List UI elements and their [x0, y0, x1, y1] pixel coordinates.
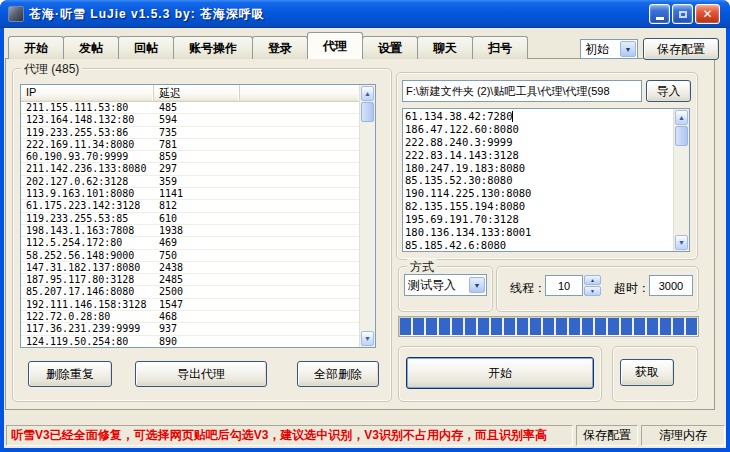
- proxy-group-title: 代理 (485): [21, 61, 82, 78]
- thread-count-input[interactable]: [545, 275, 583, 296]
- method-dropdown[interactable]: 测试导入 ▼: [404, 274, 487, 296]
- scrollbar-thumb[interactable]: [361, 102, 374, 122]
- timeout-input[interactable]: [649, 275, 693, 296]
- close-button[interactable]: ✕: [695, 4, 720, 24]
- table-row[interactable]: 117.36.231.239:9999937: [21, 323, 359, 335]
- cell-delay: 2438: [154, 262, 240, 273]
- spin-up-icon[interactable]: ▲: [584, 275, 601, 285]
- cell-delay: 2485: [154, 274, 240, 285]
- table-row[interactable]: 147.31.182.137:80802438: [21, 262, 359, 274]
- ip-list-scrollbar[interactable]: ▲ ▼: [673, 109, 689, 251]
- save-config-button[interactable]: 保存配置: [643, 38, 719, 60]
- maximize-button[interactable]: [672, 4, 693, 24]
- tab-item-2[interactable]: 回帖: [118, 36, 174, 59]
- proxy-list-scrollbar[interactable]: ▲ ▼: [359, 85, 375, 347]
- title-bar[interactable]: 苍海·听雪 LuJie v1.5.3 by: 苍海深呼吸 ✕: [0, 0, 730, 28]
- table-row[interactable]: 61.175.223.142:3128812: [21, 200, 359, 212]
- column-header-delay[interactable]: 延迟: [154, 85, 240, 101]
- import-button[interactable]: 导入: [646, 80, 691, 102]
- cell-ip: 60.190.93.70:9999: [21, 151, 154, 162]
- chevron-down-icon[interactable]: ▼: [469, 277, 485, 293]
- tab-item-7[interactable]: 聊天: [417, 36, 473, 59]
- table-row[interactable]: 85.207.17.146:80802500: [21, 286, 359, 298]
- table-row[interactable]: 124.119.50.254:80890: [21, 336, 359, 347]
- cell-delay: 890: [154, 336, 240, 347]
- table-row[interactable]: 113.9.163.101:80801141: [21, 188, 359, 200]
- ip-line: 222.83.14.143:3128: [405, 149, 672, 162]
- app-window: 苍海·听雪 LuJie v1.5.3 by: 苍海深呼吸 ✕ 开始发帖回帖账号操…: [0, 0, 730, 452]
- tab-item-0[interactable]: 开始: [8, 36, 64, 59]
- tab-strip: 开始发帖回帖账号操作登录代理设置聊天扫号: [8, 33, 527, 59]
- table-row[interactable]: 58.252.56.148:9000750: [21, 250, 359, 262]
- preset-dropdown[interactable]: 初始 ▼: [580, 39, 638, 59]
- status-save-config[interactable]: 保存配置: [576, 425, 638, 446]
- minimize-button[interactable]: [649, 4, 670, 24]
- cell-ip: 222.169.11.34:8080: [21, 139, 154, 150]
- cell-delay: 937: [154, 323, 240, 334]
- table-row[interactable]: 211.142.236.133:8080297: [21, 163, 359, 175]
- export-proxies-button[interactable]: 导出代理: [135, 361, 267, 387]
- cell-ip: 211.142.236.133:8080: [21, 163, 154, 174]
- proxy-list[interactable]: IP 延迟 211.155.111.53:80485123.164.148.13…: [20, 84, 376, 348]
- remove-duplicates-button[interactable]: 删除重复: [28, 361, 112, 387]
- tab-item-8[interactable]: 扫号: [472, 36, 528, 59]
- scroll-up-icon[interactable]: ▲: [675, 110, 688, 125]
- tab-item-1[interactable]: 发帖: [63, 36, 119, 59]
- cell-delay: 750: [154, 250, 240, 261]
- table-row[interactable]: 222.169.11.34:8080781: [21, 139, 359, 151]
- table-row[interactable]: 202.127.0.62:3128359: [21, 176, 359, 188]
- tab-item-5[interactable]: 代理: [307, 32, 363, 59]
- tab-item-6[interactable]: 设置: [362, 36, 418, 59]
- scroll-down-icon[interactable]: ▼: [675, 235, 688, 250]
- delete-all-button[interactable]: 全部删除: [297, 361, 379, 387]
- status-clear-memory[interactable]: 清理内存: [641, 425, 725, 446]
- table-row[interactable]: 112.5.254.172:80469: [21, 237, 359, 249]
- cell-delay: 610: [154, 213, 240, 224]
- column-header-ip[interactable]: IP: [21, 85, 154, 101]
- table-row[interactable]: 60.190.93.70:9999859: [21, 151, 359, 163]
- cell-ip: 113.9.163.101:8080: [21, 188, 154, 199]
- status-bar: 听雪V3已经全面修复，可选择网页贴吧后勾选V3，建议选中识别，V3识别不占用内存…: [4, 423, 726, 448]
- chevron-down-icon[interactable]: ▼: [620, 41, 636, 57]
- minimize-icon: [656, 17, 664, 20]
- cell-delay: 1547: [154, 299, 240, 310]
- ip-line: 85.135.52.30:8080: [405, 174, 672, 187]
- table-row[interactable]: 198.143.1.163:78081938: [21, 225, 359, 237]
- cell-delay: 468: [154, 311, 240, 322]
- ip-line: 190.114.225.130:8080: [405, 187, 672, 200]
- method-dropdown-value: 测试导入: [405, 277, 469, 294]
- cell-ip: 187.95.117.80:3128: [21, 274, 154, 285]
- table-row[interactable]: 211.155.111.53:80485: [21, 102, 359, 114]
- scroll-down-icon[interactable]: ▼: [361, 331, 374, 346]
- cell-delay: 812: [154, 200, 240, 211]
- fetch-button[interactable]: 获取: [620, 359, 674, 386]
- cell-ip: 85.207.17.146:8080: [21, 286, 154, 297]
- spin-down-icon[interactable]: ▼: [584, 286, 601, 296]
- cell-delay: 594: [154, 114, 240, 125]
- scrollbar-thumb[interactable]: [675, 126, 688, 146]
- table-row[interactable]: 119.233.255.53:86735: [21, 127, 359, 139]
- tab-item-4[interactable]: 登录: [252, 36, 308, 59]
- proxy-table-body: 211.155.111.53:80485123.164.148.132:8059…: [21, 102, 359, 347]
- table-row[interactable]: 123.164.148.132:80594: [21, 114, 359, 126]
- file-path-input[interactable]: F:\新建文件夹 (2)\贴吧工具\代理\代理(598: [402, 80, 642, 102]
- cell-delay: 2500: [154, 286, 240, 297]
- ip-list-textarea[interactable]: 61.134.38.42:7280186.47.122.60:8080222.8…: [402, 108, 690, 252]
- start-button[interactable]: 开始: [406, 357, 594, 389]
- thread-stepper: ▲ ▼: [584, 275, 601, 296]
- scroll-up-icon[interactable]: ▲: [361, 86, 374, 101]
- table-row[interactable]: 187.95.117.80:31282485: [21, 274, 359, 286]
- table-row[interactable]: 192.111.146.158:31281547: [21, 299, 359, 311]
- progress-bar: [398, 316, 699, 337]
- tab-item-3[interactable]: 账号操作: [173, 36, 253, 59]
- ip-line: 61.134.38.42:7280: [405, 110, 672, 123]
- client-area: 开始发帖回帖账号操作登录代理设置聊天扫号 初始 ▼ 保存配置 代理 (485) …: [4, 28, 726, 448]
- table-row[interactable]: 119.233.255.53:85610: [21, 213, 359, 225]
- cell-delay: 469: [154, 237, 240, 248]
- table-row[interactable]: 122.72.0.28:80468: [21, 311, 359, 323]
- cell-ip: 202.127.0.62:3128: [21, 176, 154, 187]
- status-message: 听雪V3已经全面修复，可选择网页贴吧后勾选V3，建议选中识别，V3识别不占用内存…: [6, 425, 573, 446]
- cell-ip: 123.164.148.132:80: [21, 114, 154, 125]
- ip-line: 180.136.134.133:8001: [405, 226, 672, 239]
- preset-dropdown-value: 初始: [581, 41, 620, 58]
